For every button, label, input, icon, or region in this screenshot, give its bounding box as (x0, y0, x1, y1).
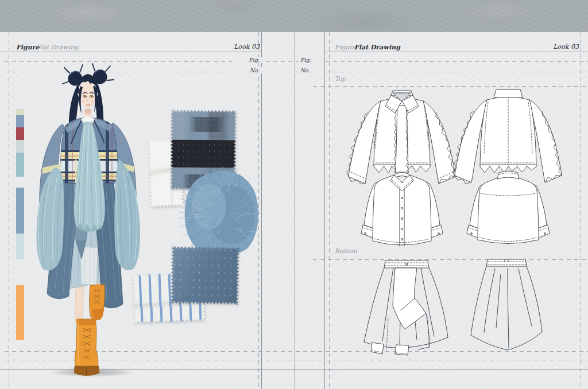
portfolio-spread: Figure Flat Drawing Look 03 Fig. No. Fig… (0, 0, 588, 389)
spread-fold-line (295, 32, 295, 389)
rightpage-fig-label: Fig. (298, 57, 322, 63)
leftpage-look-number: Look 03 (202, 43, 260, 50)
leftpage-right-border (261, 32, 262, 389)
flat-drawings-panel (324, 80, 588, 364)
leftpage-no-label: No. (234, 67, 262, 73)
fabric-swatch-blue-satin (171, 246, 239, 305)
guide-left-margin (9, 32, 9, 389)
section-label-top: Top (335, 75, 346, 82)
palette-swatch-powder-blue (16, 153, 24, 177)
flat-skirt-back (471, 259, 542, 350)
fabric-swatch-blue-fur (179, 166, 261, 258)
leftpage-title-flat-drawing: Flat Drawing (36, 44, 78, 51)
palette-swatch-apricot-orange (16, 285, 24, 340)
leftpage-fig-label: Fig. (234, 57, 262, 63)
flat-skirt-front (364, 260, 448, 355)
flat-shirt-back (467, 171, 550, 244)
fashion-figure-illustration (32, 62, 155, 383)
rightpage-look-number: Look 03 (521, 43, 579, 50)
rightpage-no-label: No. (298, 67, 322, 73)
palette-swatch-crimson-red (16, 127, 24, 140)
figure-hair-bun-left (68, 72, 83, 86)
section-label-bottom: Bottom (335, 247, 357, 254)
desk-texture-band (0, 0, 588, 32)
leftpage-header-rule (0, 52, 262, 52)
flat-jacket-back (453, 90, 562, 184)
figure-head (63, 64, 114, 114)
palette-swatch-ice-blue (16, 234, 24, 259)
rightpage-header-rule (324, 52, 588, 52)
rightpage-title-flat-drawing: Flat Drawing (354, 44, 400, 51)
palette-swatch-pale-blue-gray (16, 140, 24, 153)
palette-swatch-pale-celadon (16, 109, 24, 115)
palette-swatch-steel-blue (16, 115, 24, 127)
flat-jacket-front (347, 91, 455, 184)
rightpage-title-figure: Figure (335, 44, 356, 51)
palette-swatch-denim-blue (16, 188, 24, 234)
flat-shirt-front (361, 173, 443, 247)
